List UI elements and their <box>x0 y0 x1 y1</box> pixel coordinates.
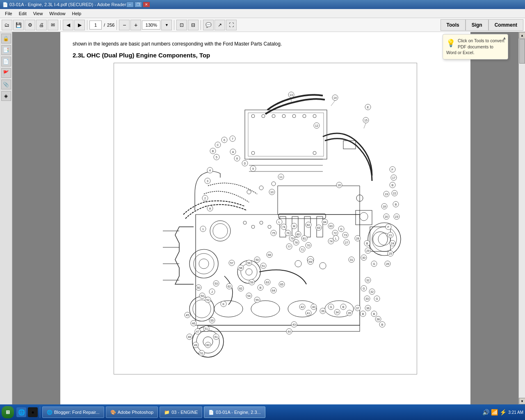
pdf-icon: 📄 <box>208 410 214 415</box>
system-time[interactable]: 3:21 AM <box>508 410 523 415</box>
print-setup-button[interactable]: ⚙ <box>25 20 35 30</box>
scroll-thumb[interactable] <box>519 39 525 64</box>
share-button[interactable]: ↗ <box>215 20 225 30</box>
fullscreen-button[interactable]: ⛶ <box>226 20 237 30</box>
menu-bar: File Edit View Window Help <box>0 9 525 18</box>
tool-clip[interactable]: 📎 <box>1 80 11 89</box>
sign-button[interactable]: Sign <box>466 19 488 31</box>
menu-edit[interactable]: Edit <box>16 10 30 17</box>
tool-lock[interactable]: 🔒 <box>1 34 11 43</box>
svg-text:80: 80 <box>297 233 300 236</box>
separator-1 <box>60 20 61 30</box>
scroll-up-button[interactable]: ▲ <box>519 32 525 39</box>
svg-text:74: 74 <box>329 240 333 243</box>
svg-text:37: 37 <box>356 307 359 310</box>
close-button[interactable]: ✕ <box>143 2 150 7</box>
svg-text:60: 60 <box>206 344 210 347</box>
tool-flag[interactable]: 🚩 <box>1 68 11 78</box>
svg-text:F: F <box>392 168 393 171</box>
svg-text:A: A <box>232 151 234 153</box>
separator-4 <box>174 20 174 30</box>
vertical-scrollbar[interactable]: ▲ ▼ <box>518 32 525 404</box>
svg-text:24: 24 <box>391 242 394 245</box>
taskbar-app-blogger[interactable]: 🌐 Blogger: Ford Repair... <box>42 406 104 418</box>
page-number-input[interactable] <box>89 21 102 30</box>
comment-button[interactable]: 💬 <box>203 20 214 30</box>
svg-text:51: 51 <box>200 352 203 355</box>
minimize-button[interactable]: – <box>126 2 134 7</box>
zoom-in-button[interactable]: + <box>130 20 141 30</box>
svg-text:63: 63 <box>317 226 320 229</box>
tool-bookmark[interactable]: 📑 <box>1 45 11 55</box>
svg-text:B: B <box>373 313 375 315</box>
toolbar: 🗂 💾 ⚙ 🖨 ✉ ◀ ▶ / 256 − + ▼ ⊡ ⊟ 💬 ↗ ⛶ Tool… <box>0 18 525 32</box>
svg-text:23: 23 <box>395 215 398 218</box>
svg-text:39: 39 <box>321 310 324 313</box>
engine-folder-label: 03 - ENGINE <box>171 410 198 415</box>
svg-text:F: F <box>388 226 389 228</box>
scroll-track[interactable] <box>519 39 525 398</box>
pdf-text-top: shown in the legends are basic part numb… <box>73 40 458 48</box>
svg-text:73: 73 <box>344 234 347 237</box>
svg-text:12: 12 <box>315 124 318 127</box>
svg-text:14: 14 <box>333 96 337 99</box>
photoshop-label: Adobe Photoshop <box>118 410 153 415</box>
menu-window[interactable]: Window <box>46 10 68 17</box>
print-button[interactable]: 🖨 <box>36 20 47 30</box>
svg-text:46: 46 <box>192 322 195 325</box>
svg-text:G: G <box>376 297 378 300</box>
email-button[interactable]: ✉ <box>48 20 58 30</box>
tool-layers[interactable]: ◈ <box>1 91 11 101</box>
taskbar-chrome-icon[interactable]: ● <box>28 407 38 417</box>
svg-text:B: B <box>260 286 262 289</box>
tray-icon-1[interactable]: 🔊 <box>482 409 489 415</box>
svg-text:18: 18 <box>383 205 386 208</box>
start-button[interactable]: ⊞ <box>2 406 14 418</box>
svg-text:21: 21 <box>389 234 392 237</box>
blogger-label: Blogger: Ford Repair... <box>54 410 100 415</box>
save-button[interactable]: 💾 <box>13 20 24 30</box>
taskbar-ie-icon[interactable]: 🌐 <box>16 407 26 417</box>
menu-help[interactable]: Help <box>68 10 84 17</box>
svg-text:70: 70 <box>307 244 310 247</box>
menu-view[interactable]: View <box>30 10 46 17</box>
tray-icon-3[interactable]: ⚡ <box>500 409 507 415</box>
svg-text:3: 3 <box>207 180 208 183</box>
svg-text:B: B <box>395 203 397 206</box>
engine-diagram-svg: 13 14 15 E 12 7 C <box>122 71 409 366</box>
svg-text:55: 55 <box>256 299 259 301</box>
svg-text:53: 53 <box>215 282 218 285</box>
svg-text:81: 81 <box>303 237 306 240</box>
tray-icon-2[interactable]: 📶 <box>491 409 498 415</box>
taskbar-separator-1 <box>40 406 40 418</box>
tooltip-popup: ▲ 💡 Click on Tools to convert PDF docume… <box>443 34 508 59</box>
photoshop-icon: 🎨 <box>110 410 116 415</box>
svg-text:48: 48 <box>188 336 191 338</box>
restore-button[interactable]: ❐ <box>135 2 142 7</box>
fit-width-button[interactable]: ⊟ <box>188 20 199 30</box>
svg-text:71: 71 <box>301 248 304 251</box>
fit-page-button[interactable]: ⊡ <box>176 20 187 30</box>
tool-page[interactable]: 📄 <box>1 57 11 66</box>
zoom-input[interactable] <box>142 21 160 30</box>
zoom-out-button[interactable]: − <box>119 20 130 30</box>
svg-text:43: 43 <box>292 323 296 326</box>
svg-text:34: 34 <box>336 311 339 314</box>
tools-button[interactable]: Tools <box>441 19 466 31</box>
taskbar-app-photoshop[interactable]: 🎨 Adobe Photoshop <box>106 406 158 418</box>
taskbar-app-engine-folder[interactable]: 📁 03 - ENGINE <box>160 406 202 418</box>
comment-panel-button[interactable]: Comment <box>488 19 523 31</box>
svg-text:10: 10 <box>270 191 274 194</box>
svg-text:47: 47 <box>196 330 199 333</box>
next-page-button[interactable]: ▶ <box>74 20 85 30</box>
tooltip-close-button[interactable]: ▲ <box>502 36 507 40</box>
prev-page-button[interactable]: ◀ <box>63 20 73 30</box>
scroll-down-button[interactable]: ▼ <box>519 398 525 404</box>
zoom-dropdown-button[interactable]: ▼ <box>161 20 172 30</box>
open-button[interactable]: 🗂 <box>2 20 12 30</box>
svg-text:50: 50 <box>197 286 200 289</box>
menu-file[interactable]: File <box>2 10 16 17</box>
svg-text:B: B <box>366 242 368 245</box>
taskbar-app-adobe-reader[interactable]: 📄 03-01A - Engine, 2.3... <box>204 406 265 418</box>
svg-text:83: 83 <box>329 225 333 228</box>
